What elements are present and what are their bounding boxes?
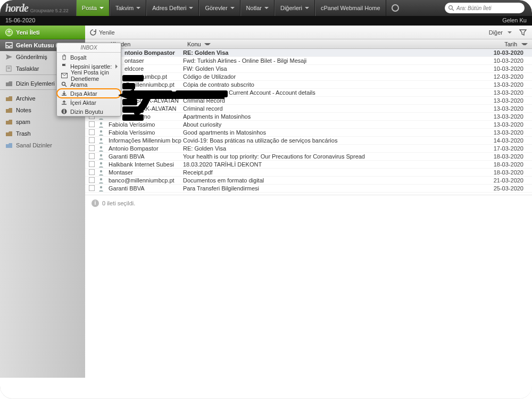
gear-icon[interactable] — [392, 4, 399, 12]
row-subject: Criminal record — [183, 105, 489, 112]
message-row[interactable]: Garanti BBVAYour health is our top prior… — [85, 153, 532, 161]
row-from: Antonio Bompastor — [109, 145, 183, 152]
message-row[interactable]: @millenniumbcp.ptCópia de contrato subsc… — [85, 81, 532, 89]
svg-line-25 — [65, 85, 66, 87]
person-icon — [98, 121, 109, 128]
arrow-annotation — [118, 89, 225, 121]
logo-subtitle: Groupware 5.2.22 — [30, 8, 69, 16]
upload-icon — [61, 99, 67, 105]
sidebar-item[interactable]: spam — [0, 116, 85, 128]
message-row[interactable]: Fabiola VeríssimoGood apartments in Mato… — [85, 129, 532, 137]
col-date[interactable]: Tarih — [494, 41, 532, 47]
message-row[interactable]: MontaserReceipt.pdf18-03-2020 — [85, 169, 532, 177]
row-checkbox[interactable] — [89, 121, 95, 127]
caret-down-icon — [508, 31, 512, 34]
row-checkbox[interactable] — [89, 177, 95, 183]
date-left: 15-06-2020 — [5, 17, 35, 24]
svg-text:i: i — [63, 109, 65, 114]
redaction — [122, 75, 144, 81]
table-header: Kimden Konu Tarih — [85, 39, 532, 49]
message-row[interactable]: enniumbcp.ptCódigo de Utilizador12-03-20… — [85, 73, 532, 81]
row-checkbox[interactable] — [89, 185, 95, 191]
row-subject: Current Account - Account details — [183, 89, 489, 96]
status-bar: i 0 ileti seçildi. — [85, 195, 532, 211]
svg-point-17 — [100, 146, 102, 148]
message-row[interactable]: ntonio BompastorRE: Golden Visa10-03-202… — [85, 49, 532, 57]
search-input[interactable] — [456, 5, 521, 11]
row-subject: RE: Golden Visa — [183, 145, 489, 152]
menu-item-search[interactable]: Arama — [57, 80, 121, 89]
filter-button[interactable] — [519, 29, 527, 36]
row-subject: Receipt.pdf — [183, 169, 489, 176]
row-subject: Cópia de contrato subscrito — [183, 81, 489, 88]
svg-point-24 — [62, 82, 65, 86]
menu-item-info[interactable]: iDizin Boyutu — [57, 107, 121, 116]
caret-down-icon — [521, 43, 528, 45]
row-date: 10-03-2020 — [489, 49, 528, 56]
search-wrap[interactable] — [445, 3, 525, 13]
nav-item[interactable]: Takvim — [110, 0, 146, 16]
row-subject: Documentos em formato digital — [183, 177, 489, 184]
message-row[interactable]: eldcoreFW: Golden Visa10-03-2020 — [85, 65, 532, 73]
row-date: 13-03-2020 — [489, 97, 528, 104]
row-checkbox[interactable] — [89, 161, 95, 167]
nav-item[interactable]: Görevler — [199, 0, 240, 16]
folder-icon — [5, 107, 13, 113]
search-icon — [61, 81, 67, 87]
nav-item[interactable]: Notlar — [240, 0, 275, 16]
refresh-icon — [89, 29, 97, 36]
row-date: 17-03-2020 — [489, 145, 528, 152]
svg-point-15 — [100, 130, 102, 132]
row-date: 13-03-2020 — [489, 113, 528, 120]
svg-point-22 — [100, 186, 102, 188]
message-list: ntonio BompastorRE: Golden Visa10-03-202… — [85, 49, 532, 193]
row-from: Informações Millennium bcp — [109, 137, 183, 144]
info-icon: i — [92, 200, 99, 207]
sidebar-item[interactable]: Sanal Dizinler — [0, 139, 85, 151]
message-row[interactable]: Halkbank Internet Subesi18.03.2020 TARİH… — [85, 161, 532, 169]
message-row[interactable]: Garanti BBVAPara Transferi Bilgilendirme… — [85, 185, 532, 193]
message-row[interactable]: Fabiola VeríssimoAbout curiosity13-03-20… — [85, 121, 532, 129]
row-date: 21-03-2020 — [489, 177, 528, 184]
row-date: 13-03-2020 — [489, 129, 528, 136]
mail-icon — [61, 73, 68, 78]
sidebar-item[interactable]: Trash — [0, 128, 85, 139]
row-date: 14-03-2020 — [489, 137, 528, 144]
message-row[interactable]: ontaserFwd: Turkish Airlines - Online Bi… — [85, 57, 532, 65]
row-subject: FW: Golden Visa — [183, 65, 489, 72]
folder-icon — [5, 95, 13, 102]
message-row[interactable]: Informações Millennium bcpCovid-19: Boas… — [85, 137, 532, 145]
caret-down-icon — [136, 7, 140, 9]
main: Yenile Diğer Kimden Konu Tarih ntonio Bo… — [85, 26, 532, 399]
message-row[interactable]: Antonio BompastorRE: Golden Visa17-03-20… — [85, 145, 532, 153]
message-row[interactable]: banco@millenniumbcp.ptDocumentos em form… — [85, 177, 532, 185]
menu-item-mail[interactable]: Yeni Posta için Denetleme — [57, 71, 121, 80]
caret-down-icon — [204, 43, 211, 45]
toolbar: Yenile Diğer — [85, 26, 532, 39]
row-checkbox[interactable] — [89, 129, 95, 135]
svg-point-21 — [100, 178, 102, 180]
row-checkbox[interactable] — [89, 137, 95, 143]
other-menu[interactable]: Diğer — [489, 29, 512, 36]
row-checkbox[interactable] — [89, 145, 95, 151]
row-checkbox[interactable] — [89, 169, 95, 175]
nav-item[interactable]: Diğerleri — [275, 0, 315, 16]
nav-item[interactable]: Posta — [76, 0, 110, 16]
nav-item[interactable]: cPanel Webmail Home — [315, 0, 386, 16]
new-message-button[interactable]: + Yeni İleti — [0, 26, 85, 39]
svg-point-19 — [100, 162, 102, 164]
menu-item-download[interactable]: Dışa Aktar — [57, 89, 121, 98]
search-icon — [448, 5, 454, 11]
nav-item[interactable]: Adres Defteri — [146, 0, 199, 16]
caret-down-icon — [230, 7, 235, 9]
col-subject[interactable]: Konu — [183, 41, 494, 47]
actions-icon — [5, 80, 13, 87]
info-icon: i — [61, 109, 67, 114]
row-from: Garanti BBVA — [109, 153, 183, 160]
row-checkbox[interactable] — [89, 153, 95, 159]
menu-item-upload[interactable]: İçeri Aktar — [57, 98, 121, 107]
refresh-button[interactable]: Yenile — [89, 29, 115, 36]
status-text: 0 ileti seçildi. — [102, 200, 135, 206]
menu-item-trash[interactable]: Boşalt — [57, 53, 121, 62]
svg-point-14 — [100, 122, 102, 124]
